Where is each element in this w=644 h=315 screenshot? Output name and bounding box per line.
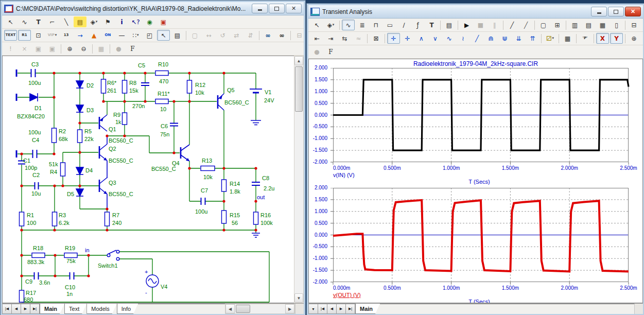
grid-icon-dropdown[interactable]: ▾ (137, 33, 139, 37)
pan-mode-icon[interactable]: ↖ (157, 30, 170, 41)
select-tool-icon[interactable]: ↖ (310, 20, 323, 30)
shape-picker-icon[interactable]: ◈▾ (324, 20, 337, 30)
pattern-horizontal-icon[interactable]: ▤ (582, 20, 595, 30)
close-button[interactable]: ✕ (625, 7, 641, 16)
select-area-icon[interactable]: ▢ (188, 30, 201, 41)
vertical-scrollbar[interactable]: ▲ ▼ (294, 56, 304, 303)
scope-settings-icon[interactable]: ⊠ (370, 33, 382, 44)
select-region-icon[interactable]: ▢ (537, 20, 550, 30)
page-nav-button-1[interactable]: ◀ (11, 304, 21, 314)
show-pin-numbers-icon[interactable]: ⊡ (32, 30, 45, 41)
find-text-icon[interactable]: ∞ (275, 30, 288, 41)
schematic-tab-models[interactable]: Models (86, 304, 116, 314)
scope-mode-icon[interactable]: ∿ (342, 20, 355, 30)
vertical-scroll-thumb[interactable] (295, 66, 303, 112)
stretch-icon[interactable]: ↔ (202, 30, 215, 41)
page-nav-button-0[interactable]: ▼ (308, 304, 318, 314)
bottom-icon[interactable]: ⇊ (512, 33, 525, 44)
p-key-icon[interactable]: 'P' (579, 33, 591, 44)
zoom-out-icon[interactable]: ⊖ (641, 33, 643, 44)
pattern-sparse-icon[interactable]: ▯ (610, 20, 623, 30)
analysis-tab-main[interactable]: Main (355, 304, 380, 314)
show-currents-icon[interactable]: → (74, 30, 86, 41)
data-points-icon[interactable]: ∴ (641, 20, 643, 30)
pause-icon[interactable]: ∥ (488, 20, 501, 30)
web-icon[interactable]: ● (112, 43, 125, 54)
copy-picture-icon[interactable]: ▣ (32, 43, 45, 54)
slope-mode-icon[interactable]: ∕ (397, 20, 410, 30)
properties-icon[interactable]: ▤ (171, 30, 184, 41)
horizontal-scroll-track[interactable] (235, 304, 285, 313)
go-to-branch-icon-dropdown[interactable]: ▾ (552, 37, 554, 40)
zoom-out-icon[interactable]: ⊖ (77, 43, 90, 54)
go-to-branch-icon[interactable]: ⚂▾ (544, 33, 556, 44)
text-stepping-icon[interactable]: TEXT (4, 30, 17, 41)
wire-segment-icon[interactable]: — (115, 30, 128, 41)
schematic-tab-main[interactable]: Main (40, 304, 64, 314)
shape-picker-icon[interactable]: ◈▾ (88, 16, 100, 27)
shape-picker-icon-dropdown[interactable]: ▾ (96, 20, 98, 24)
vip-mode-icon[interactable]: VIP▾ (46, 30, 59, 41)
minimize-button[interactable] (591, 7, 607, 16)
stop-icon[interactable]: ■ (474, 20, 487, 30)
horizontal-cursor-icon[interactable]: ✛ (387, 33, 400, 44)
pattern-vertical-icon[interactable]: ▥ (568, 20, 581, 30)
properties-icon[interactable]: ▤ (443, 20, 456, 30)
schematic-tab-info[interactable]: Info (117, 304, 138, 314)
show-conditions-icon[interactable]: ON (101, 30, 114, 41)
y-scale-icon[interactable]: Y (610, 33, 623, 44)
ripple-icon[interactable]: ≀ (457, 33, 469, 44)
scroll-right-icon[interactable]: ▶ (285, 304, 294, 313)
horizontal-scrollbar[interactable]: ◀ ▶ (225, 304, 295, 314)
flip-y-icon[interactable]: ⇵ (244, 30, 257, 41)
restore-button[interactable] (269, 4, 285, 13)
select-tool-icon[interactable]: ↖ (4, 16, 17, 27)
vip-mode-icon-dropdown[interactable]: ▾ (55, 33, 57, 37)
top-icon[interactable]: ⇈ (526, 33, 539, 44)
page-nav-button-3[interactable]: ▶| (30, 304, 40, 314)
x-scale-icon[interactable]: X (596, 33, 609, 44)
page-nav-button-4[interactable]: ▶| (345, 304, 355, 314)
grid-icon[interactable]: ∷▾ (129, 30, 142, 41)
scroll-down-icon[interactable]: ▼ (294, 293, 303, 303)
clear-error-icon[interactable]: × (18, 43, 31, 54)
info-tool-icon[interactable]: i (115, 16, 128, 27)
resize-grip[interactable] (634, 304, 643, 314)
zoom-in-icon[interactable]: ⊕ (628, 33, 640, 44)
analysis-titlebar[interactable]: Transient Analysis ✕ (308, 5, 643, 19)
vertical-scroll-track[interactable] (294, 65, 303, 293)
page-nav-button-0[interactable]: |◀ (2, 304, 11, 314)
schematic-titlebar[interactable]: C:\MC9\DATA\Petrov\switching distortion\… (2, 2, 304, 15)
find-component-icon[interactable]: ∞ (262, 30, 274, 41)
split-window-icon[interactable]: ◰ (143, 30, 156, 41)
schematic-canvas[interactable]: C3100uD1BZX84C20100uC4C1100pC210uR268k51… (2, 56, 294, 303)
curve-fit-icon[interactable]: ≈ (352, 33, 365, 44)
valley-icon[interactable]: ∨ (429, 33, 442, 44)
text-tool-icon[interactable]: T (32, 16, 45, 27)
line-tool-icon[interactable]: ╱ (506, 20, 518, 30)
rotate-icon[interactable]: ↺ (216, 30, 229, 41)
horizontal-scroll-thumb[interactable] (236, 305, 250, 313)
font-icon[interactable]: F (324, 46, 337, 57)
help-mode-icon[interactable]: ↖? (129, 16, 142, 27)
minimize-button[interactable] (252, 4, 268, 13)
polyline-tool-icon[interactable]: ╱ (519, 20, 532, 30)
ortho-wire-icon[interactable]: ⌐ (46, 16, 59, 27)
grid-icon[interactable]: ⊞ (551, 20, 564, 30)
split-plot-icon[interactable]: ⊟ (628, 20, 640, 30)
text-mode-icon[interactable]: T (425, 20, 438, 30)
pattern-grid-icon[interactable]: ▦ (596, 20, 609, 30)
scroll-up-icon[interactable]: ▲ (294, 56, 303, 65)
show-power-icon[interactable]: ▲ (88, 30, 100, 41)
peak-icon[interactable]: ∧ (415, 33, 428, 44)
inflection-icon[interactable]: ∿ (443, 33, 456, 44)
font-icon[interactable]: F (126, 43, 139, 54)
flag-tool-icon[interactable]: ⚑ (101, 16, 114, 27)
horizontal-measure-icon[interactable]: ≣ (356, 20, 369, 30)
cursor-left-icon[interactable]: ⇤ (310, 33, 323, 44)
numeric-output-icon[interactable]: ▦ (561, 33, 574, 44)
slope-icon[interactable]: ╱ (471, 33, 483, 44)
info-window-icon[interactable]: ⊟ (293, 30, 304, 41)
flip-x-icon[interactable]: ⇄ (230, 30, 243, 41)
global-high-icon[interactable]: ⋒ (484, 33, 497, 44)
